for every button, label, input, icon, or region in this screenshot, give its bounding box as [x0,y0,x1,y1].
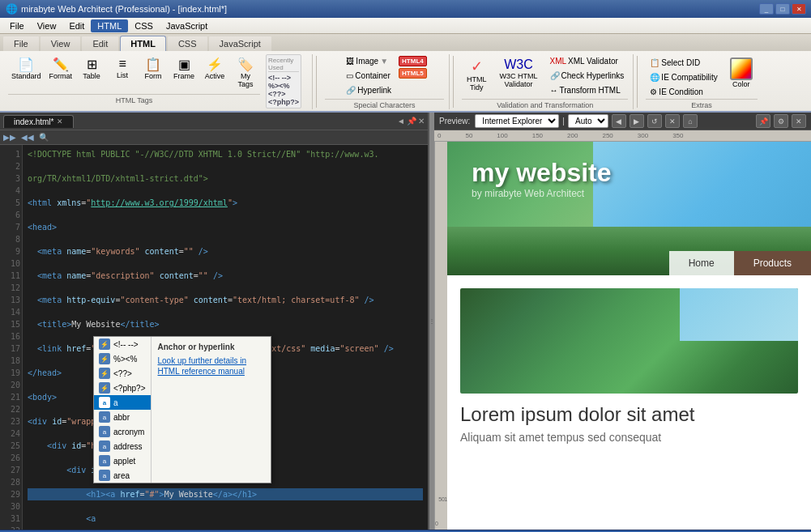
website-heading: Lorem ipsum dolor sit amet [460,403,798,426]
transform-html-button[interactable]: ↔ Transform HTML [546,83,629,97]
w3c-validator-button[interactable]: W3C W3C HTML Validator [495,54,543,92]
editor-tab-close[interactable]: ✕ [57,117,63,126]
ac-item-a[interactable]: a a [94,395,151,410]
preview-close[interactable]: ✕ [792,114,806,128]
ribbon-content: 📄 Standard ✏️ Format ⊞ Table ≡ List [0,51,811,111]
preview-main: 0 50 100 150 200 my website by mirabyte … [434,142,811,530]
menu-html[interactable]: HTML [91,19,128,32]
html4-button[interactable]: HTML4 [399,56,427,66]
browser-select[interactable]: Internet Explorer [475,114,559,128]
active-button[interactable]: ⚡ Active [200,54,229,91]
preview-pin[interactable]: 📌 [756,114,770,128]
ac-icon-applet: a [99,455,110,466]
list-button[interactable]: ≡ List [108,54,137,91]
nav-forward[interactable]: ▶ [630,114,644,128]
menu-css[interactable]: CSS [128,19,160,32]
menu-view[interactable]: View [31,19,63,32]
ac-item-abbr[interactable]: a abbr [94,410,151,424]
nav-back[interactable]: ◀ [612,114,626,128]
ribbon-tab-edit[interactable]: Edit [82,36,118,51]
nav-item-products[interactable]: Products [734,251,811,275]
ribbon-tab-javascript[interactable]: JavaScript [209,36,271,51]
frame-button[interactable]: ▣ Frame [169,54,198,91]
table-button[interactable]: ⊞ Table [77,54,106,91]
condition-icon: ⚙ [650,87,657,96]
ac-icon-asp: ⚡ [99,353,110,364]
close-button[interactable]: ✕ [792,3,806,15]
maximize-button[interactable]: □ [775,3,790,15]
ac-item-applet[interactable]: a applet [94,453,151,468]
zoom-select[interactable]: Auto [568,114,608,128]
menu-file[interactable]: File [3,19,31,32]
nav-home[interactable]: ⌂ [683,114,698,128]
ac-item-php2[interactable]: ⚡ <?php?> [94,381,151,395]
ribbon-tab-file[interactable]: File [3,36,39,51]
recently-item-2[interactable]: %><% [268,82,299,90]
nav-item-home[interactable]: Home [669,251,734,275]
vertical-ruler: 0 50 100 150 200 [434,142,447,530]
panel-close[interactable]: ✕ [418,117,425,126]
container-button[interactable]: ▭ Container [342,69,395,83]
dtd-icon: 📋 [650,58,659,67]
check-hyperlinks-button[interactable]: 🔗 Check Hyperlinks [546,69,629,83]
nav-stop[interactable]: ✕ [665,114,680,128]
html-tidy-button[interactable]: ✓ HTML Tidy [462,54,492,95]
website-header: my website by mirabyte Web Architect Hom… [447,142,811,275]
ac-item-acronym[interactable]: a acronym [94,424,151,439]
standard-icon: 📄 [18,57,34,72]
website-body: Lorem ipsum dolor sit amet Aliquam sit a… [447,275,811,457]
ac-item-asp[interactable]: ⚡ %><% [94,351,151,366]
minimize-button[interactable]: _ [759,3,774,15]
select-dtd-button[interactable]: 📋 Select DID [646,56,721,70]
panel-pin[interactable]: 📌 [407,117,416,126]
ac-item-area[interactable]: a area [94,468,151,483]
w3c-icon: W3C [504,57,533,72]
recently-item-3[interactable]: <??> [268,90,299,98]
panel-collapse[interactable]: ◄ [397,117,405,126]
main-area: index.html* ✕ ◄ 📌 ✕ ▶▶ ◀◀ 🔍 12345 678910… [0,113,811,530]
fold-all[interactable]: ▶▶ [3,133,16,142]
preview-content: my website by mirabyte Web Architect Hom… [447,142,811,530]
ac-icon-comment: ⚡ [99,338,110,350]
image-button[interactable]: 🖼 Image ▼ [342,54,395,68]
ribbon-sep-3 [637,56,638,108]
hyperlink-button[interactable]: 🔗 Hyperlink [342,83,395,97]
format-button[interactable]: ✏️ Format [46,54,76,91]
special-chars-label: Special Characters [325,99,444,109]
preview-settings[interactable]: ⚙ [774,114,788,128]
titlebar-title: mirabyte Web Architect (Professional) - … [21,4,227,14]
ac-reference-link[interactable]: Look up further details in HTML referenc… [158,356,247,376]
unfold-all[interactable]: ◀◀ [21,133,34,142]
my-tags-button[interactable]: 🏷️ My Tags [231,54,260,91]
color-button[interactable]: Color [725,54,758,92]
ribbon-tab-view[interactable]: View [41,36,81,51]
xml-validator-button[interactable]: XML XML Validator [546,54,629,68]
form-button[interactable]: 📋 Form [139,54,168,91]
xml-icon: XML [550,57,567,66]
menu-edit[interactable]: Edit [62,19,91,32]
website-title: my website [472,158,612,188]
recently-item-4[interactable]: <?php?> [268,98,299,106]
recently-item-1[interactable]: <!-- --> [268,74,299,82]
container-icon: ▭ [346,71,353,80]
ac-icon-abbr: a [99,411,110,423]
editor-panel: index.html* ✕ ◄ 📌 ✕ ▶▶ ◀◀ 🔍 12345 678910… [0,113,429,530]
ribbon-group-validation: ✓ HTML Tidy W3C W3C HTML Validator XML X… [457,54,634,109]
standard-button[interactable]: 📄 Standard [8,54,45,91]
nav-refresh[interactable]: ↺ [647,114,662,128]
ie-condition-button[interactable]: ⚙ IE Condition [646,85,721,99]
search-in-file[interactable]: 🔍 [39,133,49,142]
ribbon-tab-css[interactable]: CSS [168,36,207,51]
titlebar-controls[interactable]: _ □ ✕ [759,3,806,15]
editor-tab-index[interactable]: index.html* ✕ [3,115,74,128]
html5-button[interactable]: HTML5 [399,68,427,79]
ribbon-group-extras: 📋 Select DID 🌐 IE Compatibility ⚙ IE Con… [641,54,762,109]
ac-item-comment[interactable]: ⚡ <!-- --> [94,337,151,351]
ac-item-php1[interactable]: ⚡ <??> [94,366,151,381]
hyperlink-icon: 🔗 [346,86,356,95]
ie-compatibility-button[interactable]: 🌐 IE Compatibility [646,70,721,84]
ac-item-address[interactable]: a address [94,439,151,453]
image-icon: 🖼 [346,57,354,66]
menu-javascript[interactable]: JavaScript [160,19,214,32]
ribbon-tab-html[interactable]: HTML [120,36,166,51]
